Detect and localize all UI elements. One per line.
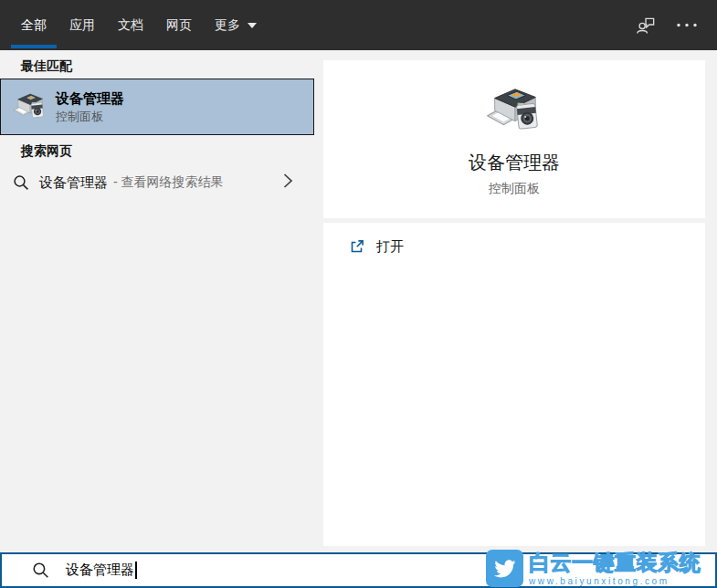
best-match-subtitle: 控制面板 <box>56 110 124 124</box>
best-match-section-title: 最佳匹配 <box>21 58 72 75</box>
active-tab-underline <box>11 45 57 48</box>
chevron-down-icon <box>248 23 257 28</box>
best-match-title: 设备管理器 <box>56 90 124 107</box>
preview-header-card: 设备管理器 控制面板 <box>323 60 705 218</box>
preview-subtitle: 控制面板 <box>489 181 540 197</box>
feedback-person-chat-icon[interactable] <box>636 15 657 36</box>
tab-more[interactable]: 更多 <box>205 0 267 50</box>
web-search-hint: - 查看网络搜索结果 <box>113 174 224 191</box>
filter-tabs: 全部 应用 文档 网页 更多 <box>0 0 269 50</box>
tab-apps-label: 应用 <box>69 17 95 34</box>
tab-all[interactable]: 全部 <box>11 0 57 50</box>
device-manager-icon <box>486 83 543 140</box>
best-match-result-device-manager[interactable]: 设备管理器 控制面板 <box>0 79 314 135</box>
watermark-brand: 白云一键重装系统 <box>529 551 701 574</box>
chevron-right-icon[interactable] <box>283 173 293 193</box>
tab-web-label: 网页 <box>166 17 192 34</box>
search-icon <box>32 562 49 579</box>
preview-actions-card: 打开 <box>323 223 705 546</box>
web-search-section-title: 搜索网页 <box>21 143 72 160</box>
open-external-icon <box>349 239 364 255</box>
twitter-bird-icon <box>486 550 523 587</box>
watermark-url: www.baiyunxitong.com <box>529 576 701 586</box>
tab-documents[interactable]: 文档 <box>108 0 153 50</box>
results-panel: 最佳匹配 设备管理器 控制面板 搜索网页 设备管理器 - 查看网络搜索结果 <box>0 50 323 552</box>
search-filter-bar: 全部 应用 文档 网页 更多 <box>0 0 717 50</box>
web-search-result[interactable]: 设备管理器 - 查看网络搜索结果 <box>0 165 315 200</box>
text-caret <box>135 562 137 579</box>
search-input-value: 设备管理器 <box>66 562 134 579</box>
tab-documents-label: 文档 <box>118 17 143 34</box>
web-search-query: 设备管理器 <box>39 174 108 192</box>
device-manager-icon <box>13 90 47 124</box>
search-icon <box>13 174 29 191</box>
windows-search-flyout: 全部 应用 文档 网页 更多 <box>0 0 717 588</box>
tab-apps[interactable]: 应用 <box>59 0 105 50</box>
tab-more-label: 更多 <box>215 17 240 34</box>
more-options-ellipsis-icon[interactable] <box>675 15 699 36</box>
tab-all-label: 全部 <box>21 17 47 34</box>
open-action-label: 打开 <box>376 238 404 256</box>
watermark: 白云一键重装系统 www.baiyunxitong.com <box>486 549 701 588</box>
open-action[interactable]: 打开 <box>349 238 705 256</box>
preview-title: 设备管理器 <box>469 152 560 173</box>
tab-web[interactable]: 网页 <box>156 0 202 50</box>
